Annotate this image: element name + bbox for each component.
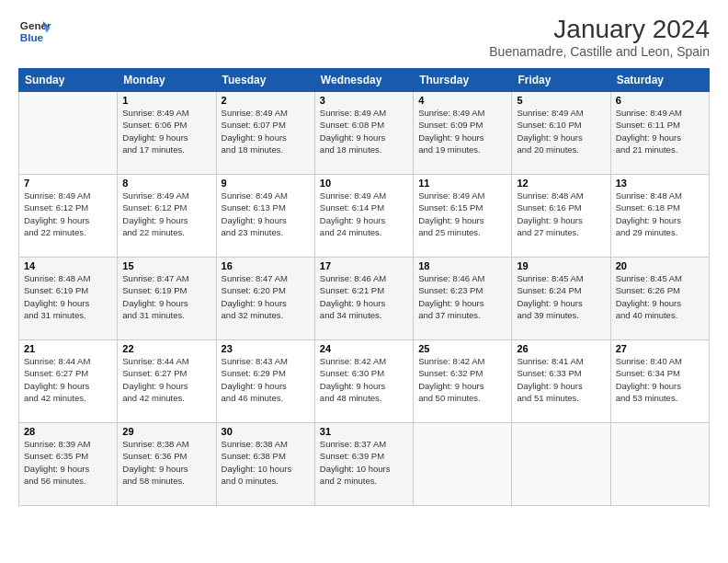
day-info: Sunrise: 8:44 AM Sunset: 6:27 PM Dayligh…	[122, 355, 210, 404]
day-info: Sunrise: 8:49 AM Sunset: 6:15 PM Dayligh…	[418, 190, 506, 238]
calendar-cell: 10Sunrise: 8:49 AM Sunset: 6:14 PM Dayli…	[314, 175, 413, 258]
weekday-monday: Monday	[118, 69, 216, 92]
day-info: Sunrise: 8:49 AM Sunset: 6:06 PM Dayligh…	[122, 107, 210, 155]
calendar-cell: 21Sunrise: 8:44 AM Sunset: 6:27 PM Dayli…	[19, 340, 118, 423]
day-number: 2	[222, 95, 310, 106]
calendar-cell: 27Sunrise: 8:40 AM Sunset: 6:34 PM Dayli…	[610, 340, 709, 423]
day-info: Sunrise: 8:49 AM Sunset: 6:10 PM Dayligh…	[517, 107, 605, 155]
header: General Blue January 2024 Buenamadre, Ca…	[18, 15, 710, 59]
day-number: 1	[122, 95, 210, 106]
day-number: 18	[418, 260, 506, 271]
day-info: Sunrise: 8:49 AM Sunset: 6:12 PM Dayligh…	[24, 190, 112, 238]
calendar-cell: 5Sunrise: 8:49 AM Sunset: 6:10 PM Daylig…	[512, 92, 610, 175]
calendar-cell: 25Sunrise: 8:42 AM Sunset: 6:32 PM Dayli…	[414, 340, 512, 423]
day-info: Sunrise: 8:48 AM Sunset: 6:19 PM Dayligh…	[24, 272, 112, 321]
day-info: Sunrise: 8:46 AM Sunset: 6:21 PM Dayligh…	[320, 272, 408, 321]
day-info: Sunrise: 8:49 AM Sunset: 6:13 PM Dayligh…	[222, 190, 310, 238]
location-subtitle: Buenamadre, Castille and Leon, Spain	[489, 44, 710, 59]
day-number: 28	[24, 426, 112, 437]
calendar-week-3: 14Sunrise: 8:48 AM Sunset: 6:19 PM Dayli…	[19, 258, 710, 340]
calendar-cell: 15Sunrise: 8:47 AM Sunset: 6:19 PM Dayli…	[118, 258, 216, 340]
day-number: 24	[320, 343, 408, 354]
page: General Blue January 2024 Buenamadre, Ca…	[0, 0, 728, 563]
calendar-cell: 3Sunrise: 8:49 AM Sunset: 6:08 PM Daylig…	[314, 92, 413, 175]
day-info: Sunrise: 8:42 AM Sunset: 6:30 PM Dayligh…	[320, 355, 408, 404]
day-number: 15	[122, 260, 210, 271]
weekday-tuesday: Tuesday	[216, 69, 314, 92]
logo: General Blue	[18, 15, 51, 48]
day-number: 27	[616, 343, 704, 354]
day-info: Sunrise: 8:47 AM Sunset: 6:20 PM Dayligh…	[222, 272, 310, 321]
day-number: 19	[517, 260, 605, 271]
calendar-cell: 16Sunrise: 8:47 AM Sunset: 6:20 PM Dayli…	[216, 258, 314, 340]
day-number: 23	[222, 343, 310, 354]
weekday-wednesday: Wednesday	[314, 69, 413, 92]
day-number: 25	[418, 343, 506, 354]
calendar-table: SundayMondayTuesdayWednesdayThursdayFrid…	[18, 68, 710, 506]
calendar-cell: 8Sunrise: 8:49 AM Sunset: 6:12 PM Daylig…	[118, 175, 216, 258]
day-number: 17	[320, 260, 408, 271]
day-info: Sunrise: 8:45 AM Sunset: 6:24 PM Dayligh…	[517, 272, 605, 321]
day-number: 16	[222, 260, 310, 271]
day-info: Sunrise: 8:46 AM Sunset: 6:23 PM Dayligh…	[418, 272, 506, 321]
calendar-week-2: 7Sunrise: 8:49 AM Sunset: 6:12 PM Daylig…	[19, 175, 710, 258]
calendar-cell: 29Sunrise: 8:38 AM Sunset: 6:36 PM Dayli…	[118, 423, 216, 506]
day-info: Sunrise: 8:38 AM Sunset: 6:38 PM Dayligh…	[222, 438, 310, 487]
day-info: Sunrise: 8:49 AM Sunset: 6:09 PM Dayligh…	[418, 107, 506, 155]
calendar-cell: 19Sunrise: 8:45 AM Sunset: 6:24 PM Dayli…	[512, 258, 610, 340]
weekday-thursday: Thursday	[414, 69, 512, 92]
day-number: 20	[616, 260, 704, 271]
calendar-cell: 23Sunrise: 8:43 AM Sunset: 6:29 PM Dayli…	[216, 340, 314, 423]
calendar-cell: 2Sunrise: 8:49 AM Sunset: 6:07 PM Daylig…	[216, 92, 314, 175]
weekday-sunday: Sunday	[19, 69, 118, 92]
calendar-cell: 13Sunrise: 8:48 AM Sunset: 6:18 PM Dayli…	[610, 175, 709, 258]
calendar-cell	[19, 92, 118, 175]
calendar-cell: 4Sunrise: 8:49 AM Sunset: 6:09 PM Daylig…	[414, 92, 512, 175]
calendar-cell: 26Sunrise: 8:41 AM Sunset: 6:33 PM Dayli…	[512, 340, 610, 423]
calendar-cell: 17Sunrise: 8:46 AM Sunset: 6:21 PM Dayli…	[314, 258, 413, 340]
day-info: Sunrise: 8:42 AM Sunset: 6:32 PM Dayligh…	[418, 355, 506, 404]
weekday-saturday: Saturday	[610, 69, 709, 92]
calendar-cell: 31Sunrise: 8:37 AM Sunset: 6:39 PM Dayli…	[314, 423, 413, 506]
calendar-week-4: 21Sunrise: 8:44 AM Sunset: 6:27 PM Dayli…	[19, 340, 710, 423]
day-number: 3	[320, 95, 408, 106]
day-number: 12	[517, 178, 605, 189]
day-number: 14	[24, 260, 112, 271]
calendar-cell: 28Sunrise: 8:39 AM Sunset: 6:35 PM Dayli…	[19, 423, 118, 506]
calendar-cell	[610, 423, 709, 506]
calendar-cell	[512, 423, 610, 506]
calendar-week-1: 1Sunrise: 8:49 AM Sunset: 6:06 PM Daylig…	[19, 92, 710, 175]
day-info: Sunrise: 8:38 AM Sunset: 6:36 PM Dayligh…	[122, 438, 210, 487]
day-info: Sunrise: 8:49 AM Sunset: 6:11 PM Dayligh…	[616, 107, 704, 155]
day-number: 26	[517, 343, 605, 354]
calendar-cell: 6Sunrise: 8:49 AM Sunset: 6:11 PM Daylig…	[610, 92, 709, 175]
day-number: 9	[222, 178, 310, 189]
day-number: 31	[320, 426, 408, 437]
svg-text:Blue: Blue	[20, 31, 44, 43]
calendar-cell: 12Sunrise: 8:48 AM Sunset: 6:16 PM Dayli…	[512, 175, 610, 258]
calendar-cell: 7Sunrise: 8:49 AM Sunset: 6:12 PM Daylig…	[19, 175, 118, 258]
day-number: 4	[418, 95, 506, 106]
weekday-friday: Friday	[512, 69, 610, 92]
day-number: 11	[418, 178, 506, 189]
day-number: 8	[122, 178, 210, 189]
day-info: Sunrise: 8:37 AM Sunset: 6:39 PM Dayligh…	[320, 438, 408, 487]
calendar-cell: 1Sunrise: 8:49 AM Sunset: 6:06 PM Daylig…	[118, 92, 216, 175]
day-number: 10	[320, 178, 408, 189]
day-info: Sunrise: 8:45 AM Sunset: 6:26 PM Dayligh…	[616, 272, 704, 321]
calendar-cell: 14Sunrise: 8:48 AM Sunset: 6:19 PM Dayli…	[19, 258, 118, 340]
calendar-cell: 11Sunrise: 8:49 AM Sunset: 6:15 PM Dayli…	[414, 175, 512, 258]
day-number: 21	[24, 343, 112, 354]
day-number: 7	[24, 178, 112, 189]
day-number: 6	[616, 95, 704, 106]
title-block: January 2024 Buenamadre, Castille and Le…	[489, 15, 710, 59]
day-info: Sunrise: 8:40 AM Sunset: 6:34 PM Dayligh…	[616, 355, 704, 404]
day-number: 5	[517, 95, 605, 106]
day-number: 29	[122, 426, 210, 437]
logo-icon: General Blue	[18, 15, 51, 48]
calendar-cell: 9Sunrise: 8:49 AM Sunset: 6:13 PM Daylig…	[216, 175, 314, 258]
day-info: Sunrise: 8:47 AM Sunset: 6:19 PM Dayligh…	[122, 272, 210, 321]
weekday-header-row: SundayMondayTuesdayWednesdayThursdayFrid…	[19, 69, 710, 92]
day-info: Sunrise: 8:49 AM Sunset: 6:14 PM Dayligh…	[320, 190, 408, 238]
day-info: Sunrise: 8:48 AM Sunset: 6:18 PM Dayligh…	[616, 190, 704, 238]
